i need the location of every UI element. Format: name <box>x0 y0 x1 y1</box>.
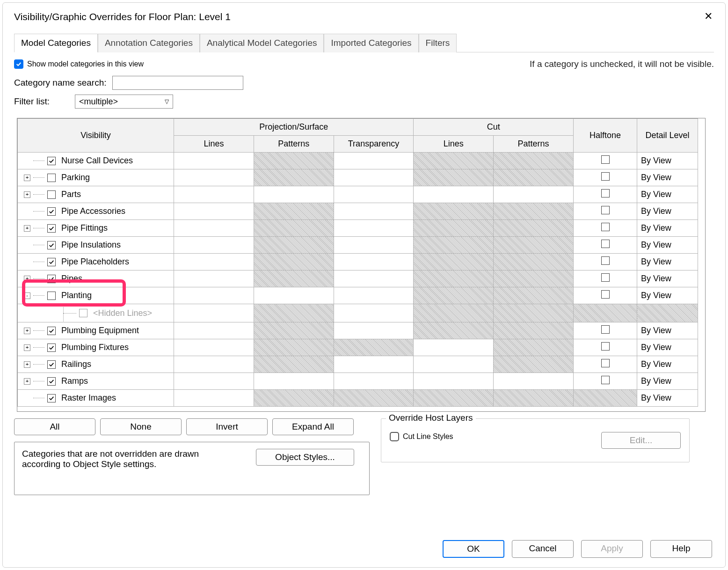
cut-lines-cell[interactable] <box>414 287 494 304</box>
col-cut-patterns[interactable]: Patterns <box>494 136 574 153</box>
cut-lines-cell[interactable] <box>414 373 494 390</box>
col-halftone[interactable]: Halftone <box>574 119 637 153</box>
proj-patterns-cell[interactable] <box>254 287 334 304</box>
proj-trans-cell[interactable] <box>334 356 414 373</box>
cut-lines-cell[interactable] <box>414 390 494 407</box>
proj-trans-cell[interactable] <box>334 287 414 304</box>
expand-icon[interactable]: + <box>24 225 30 232</box>
category-row[interactable]: +Pipe FittingsBy View <box>18 220 698 237</box>
detail-level-cell[interactable]: By View <box>637 373 698 390</box>
halftone-cell[interactable] <box>574 220 637 237</box>
halftone-checkbox[interactable] <box>601 189 610 197</box>
tab-annotation-categories[interactable]: Annotation Categories <box>98 34 200 52</box>
category-row[interactable]: Nurse Call DevicesBy View <box>18 153 698 169</box>
visibility-checkbox[interactable] <box>47 275 56 283</box>
tab-imported-categories[interactable]: Imported Categories <box>324 34 418 52</box>
halftone-checkbox[interactable] <box>601 155 610 164</box>
proj-lines-cell[interactable] <box>174 339 254 356</box>
cancel-button[interactable]: Cancel <box>512 540 574 558</box>
close-icon[interactable]: ✕ <box>703 11 714 22</box>
detail-level-cell[interactable] <box>637 304 698 322</box>
detail-level-cell[interactable]: By View <box>637 203 698 220</box>
cut-patterns-cell[interactable] <box>494 203 574 220</box>
proj-trans-cell[interactable] <box>334 270 414 287</box>
search-input[interactable] <box>112 76 243 90</box>
cut-lines-cell[interactable] <box>414 186 494 203</box>
proj-patterns-cell[interactable] <box>254 304 334 322</box>
cut-lines-cell[interactable] <box>414 254 494 270</box>
proj-trans-cell[interactable] <box>334 390 414 407</box>
show-in-view-check[interactable]: Show model categories in this view <box>14 59 144 69</box>
cut-patterns-cell[interactable] <box>494 153 574 169</box>
halftone-checkbox[interactable] <box>601 273 610 282</box>
visibility-checkbox[interactable] <box>47 292 56 300</box>
tab-model-categories[interactable]: Model Categories <box>14 34 98 52</box>
visibility-checkbox[interactable] <box>47 394 56 402</box>
halftone-checkbox[interactable] <box>601 223 610 231</box>
tab-analytical-model-categories[interactable]: Analytical Model Categories <box>200 34 324 52</box>
proj-patterns-cell[interactable] <box>254 390 334 407</box>
cut-patterns-cell[interactable] <box>494 373 574 390</box>
proj-trans-cell[interactable] <box>334 169 414 186</box>
proj-patterns-cell[interactable] <box>254 220 334 237</box>
cut-patterns-cell[interactable] <box>494 169 574 186</box>
proj-trans-cell[interactable] <box>334 220 414 237</box>
visibility-checkbox[interactable] <box>47 190 56 199</box>
halftone-cell[interactable] <box>574 390 637 407</box>
proj-patterns-cell[interactable] <box>254 254 334 270</box>
proj-lines-cell[interactable] <box>174 237 254 254</box>
cut-patterns-cell[interactable] <box>494 186 574 203</box>
visibility-checkbox[interactable] <box>47 174 56 182</box>
proj-patterns-cell[interactable] <box>254 153 334 169</box>
proj-lines-cell[interactable] <box>174 373 254 390</box>
detail-level-cell[interactable]: By View <box>637 287 698 304</box>
category-grid[interactable]: Visibility Projection/Surface Cut Halfto… <box>17 118 706 412</box>
proj-trans-cell[interactable] <box>334 304 414 322</box>
cut-patterns-cell[interactable] <box>494 356 574 373</box>
proj-lines-cell[interactable] <box>174 270 254 287</box>
proj-trans-cell[interactable] <box>334 153 414 169</box>
expand-icon[interactable]: + <box>24 191 30 198</box>
halftone-cell[interactable] <box>574 356 637 373</box>
halftone-cell[interactable] <box>574 203 637 220</box>
proj-lines-cell[interactable] <box>174 304 254 322</box>
visibility-checkbox[interactable] <box>47 360 56 369</box>
expand-icon[interactable]: + <box>24 378 30 385</box>
expand-icon[interactable]: + <box>24 175 30 181</box>
col-cut-lines[interactable]: Lines <box>414 136 494 153</box>
category-row[interactable]: Pipe AccessoriesBy View <box>18 203 698 220</box>
visibility-checkbox[interactable] <box>79 309 87 317</box>
proj-lines-cell[interactable] <box>174 390 254 407</box>
visibility-checkbox[interactable] <box>47 224 56 233</box>
cut-patterns-cell[interactable] <box>494 339 574 356</box>
ok-button[interactable]: OK <box>443 540 504 558</box>
col-visibility[interactable]: Visibility <box>18 119 174 153</box>
visibility-checkbox[interactable] <box>47 241 56 249</box>
cut-lines-cell[interactable] <box>414 237 494 254</box>
cut-lines-cell[interactable] <box>414 220 494 237</box>
cut-patterns-cell[interactable] <box>494 270 574 287</box>
visibility-checkbox[interactable] <box>47 258 56 266</box>
category-row[interactable]: +PartsBy View <box>18 186 698 203</box>
expand-icon[interactable]: + <box>24 344 30 351</box>
proj-lines-cell[interactable] <box>174 322 254 339</box>
invert-button[interactable]: Invert <box>186 418 268 435</box>
category-row[interactable]: +RampsBy View <box>18 373 698 390</box>
halftone-checkbox[interactable] <box>601 376 610 384</box>
expand-icon[interactable]: + <box>24 276 30 282</box>
proj-trans-cell[interactable] <box>334 339 414 356</box>
proj-lines-cell[interactable] <box>174 203 254 220</box>
filter-combo[interactable]: <multiple> ▽ <box>75 95 173 109</box>
halftone-cell[interactable] <box>574 304 637 322</box>
halftone-cell[interactable] <box>574 153 637 169</box>
col-proj-trans[interactable]: Transparency <box>334 136 414 153</box>
cut-patterns-cell[interactable] <box>494 287 574 304</box>
category-row[interactable]: +Plumbing EquipmentBy View <box>18 322 698 339</box>
cut-lines-cell[interactable] <box>414 203 494 220</box>
cut-lines-cell[interactable] <box>414 304 494 322</box>
help-button[interactable]: Help <box>650 540 712 558</box>
expand-all-button[interactable]: Expand All <box>272 418 354 435</box>
category-row[interactable]: Pipe PlaceholdersBy View <box>18 254 698 270</box>
expand-icon[interactable]: + <box>24 328 30 334</box>
visibility-checkbox[interactable] <box>47 327 56 335</box>
